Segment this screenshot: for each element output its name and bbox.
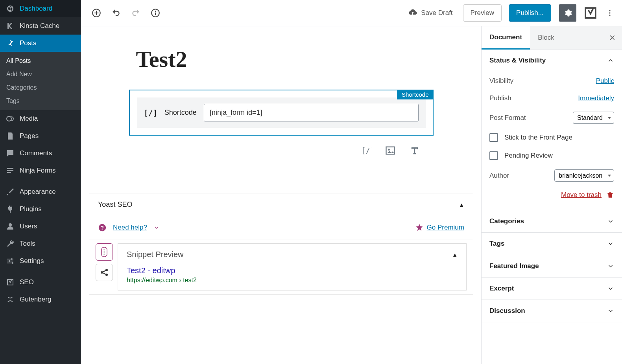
svg-point-14 <box>609 15 610 16</box>
svg-rect-2 <box>7 170 13 171</box>
section-featured-image[interactable]: Featured Image <box>482 255 622 277</box>
sidebar-item-label: SEO <box>20 278 34 286</box>
sidebar-item-label: Dashboard <box>20 5 52 13</box>
publish-label: Publish <box>489 94 511 102</box>
svg-point-5 <box>11 258 13 260</box>
insert-text-button[interactable] <box>408 144 421 157</box>
sidebar-sub-all-posts[interactable]: All Posts <box>0 54 81 68</box>
pages-icon <box>6 131 15 141</box>
save-draft-button[interactable]: Save Draft <box>408 8 452 18</box>
sidebar-item-label: Plugins <box>20 205 42 213</box>
undo-button[interactable] <box>108 5 124 21</box>
shortcode-icon: [/] <box>144 108 157 117</box>
collapse-icon[interactable]: ▲ <box>452 252 458 258</box>
social-tab[interactable] <box>96 264 113 281</box>
pending-checkbox[interactable] <box>489 151 498 160</box>
dashboard-icon <box>6 4 15 13</box>
section-excerpt[interactable]: Excerpt <box>482 278 622 300</box>
star-icon <box>415 223 424 232</box>
visibility-label: Visibility <box>489 77 513 85</box>
move-to-trash-link[interactable]: Move to trash <box>561 191 602 199</box>
chevron-down-icon <box>607 307 614 314</box>
shortcode-input[interactable] <box>204 104 419 121</box>
publish-value[interactable]: Immediately <box>578 94 614 102</box>
sidebar-item-seo[interactable]: SEO <box>0 274 81 291</box>
sidebar-item-label: Gutenberg <box>20 296 51 303</box>
sidebar-item-media[interactable]: Media <box>0 110 81 127</box>
collapse-icon[interactable]: ▲ <box>459 202 464 208</box>
kinsta-icon <box>6 21 15 31</box>
wrench-icon <box>6 239 15 248</box>
help-icon: ? <box>98 223 107 232</box>
sidebar-item-label: Pages <box>20 132 39 140</box>
author-select[interactable]: brianleejackson <box>554 169 614 182</box>
svg-point-0 <box>7 116 11 121</box>
section-categories[interactable]: Categories <box>482 210 622 232</box>
sidebar-sub-add-new[interactable]: Add New <box>0 68 81 81</box>
snippet-result-url: https://editwp.com › test2 <box>127 277 458 284</box>
editor-column: Test2 Shortcode [/] Shortcode [/] <box>81 26 481 364</box>
add-block-button[interactable] <box>88 5 105 21</box>
svg-point-7 <box>12 262 13 264</box>
post-title[interactable]: Test2 <box>129 46 434 72</box>
more-options-button[interactable] <box>605 4 615 22</box>
chevron-down-icon <box>607 285 614 292</box>
form-icon <box>6 166 15 175</box>
visibility-value[interactable]: Public <box>596 77 614 85</box>
sidebar-item-label: Appearance <box>20 188 56 196</box>
sidebar-item-comments[interactable]: Comments <box>0 145 81 162</box>
sidebar-item-posts[interactable]: Posts <box>0 35 81 52</box>
pending-label: Pending Review <box>504 152 553 160</box>
settings-toggle-button[interactable] <box>559 4 576 22</box>
publish-button[interactable]: Publish... <box>509 4 551 22</box>
snippet-preview-title: Snippet Preview <box>127 250 184 259</box>
gutenberg-icon <box>6 295 15 304</box>
svg-point-22 <box>103 251 105 253</box>
section-tags[interactable]: Tags <box>482 233 622 255</box>
shortcode-block[interactable]: Shortcode [/] Shortcode <box>129 90 434 136</box>
svg-rect-1 <box>7 168 13 169</box>
sidebar-item-plugins[interactable]: Plugins <box>0 200 81 218</box>
sidebar-sub-categories[interactable]: Categories <box>0 81 81 94</box>
stick-checkbox[interactable] <box>489 133 498 142</box>
insert-image-button[interactable] <box>384 144 397 157</box>
yoast-panel-title: Yoast SEO <box>98 200 132 209</box>
yoast-toggle-button[interactable] <box>582 4 599 22</box>
sidebar-item-tools[interactable]: Tools <box>0 235 81 252</box>
sidebar-item-pages[interactable]: Pages <box>0 127 81 145</box>
go-premium-link[interactable]: Go Premium <box>427 224 464 232</box>
svg-rect-3 <box>7 172 11 173</box>
sidebar-item-kinsta[interactable]: Kinsta Cache <box>0 17 81 35</box>
close-settings-button[interactable]: ✕ <box>603 33 622 42</box>
yoast-panel: Yoast SEO ▲ ? Need help? Go Premium <box>89 193 473 295</box>
sidebar-sub-tags[interactable]: Tags <box>0 94 81 108</box>
info-button[interactable] <box>147 5 164 21</box>
sidebar-item-appearance[interactable]: Appearance <box>0 183 81 200</box>
preview-button[interactable]: Preview <box>463 4 502 22</box>
tab-block[interactable]: Block <box>530 27 562 49</box>
comments-icon <box>6 149 15 158</box>
inserter-row: [/] <box>129 136 434 165</box>
settings-panel: Document Block ✕ Status & Visibility Vis… <box>481 26 622 364</box>
sidebar-item-users[interactable]: Users <box>0 218 81 235</box>
sidebar-item-label: Settings <box>20 257 44 265</box>
svg-point-4 <box>9 223 12 226</box>
post-format-label: Post Format <box>489 114 526 122</box>
sidebar-item-label: Tools <box>20 240 35 248</box>
readability-tab[interactable] <box>96 243 113 261</box>
section-discussion[interactable]: Discussion <box>482 300 622 322</box>
redo-button[interactable] <box>127 5 144 21</box>
insert-shortcode-button[interactable]: [/] <box>360 144 372 157</box>
sidebar-item-dashboard[interactable]: Dashboard <box>0 0 81 17</box>
sidebar-item-gutenberg[interactable]: Gutenberg <box>0 291 81 308</box>
post-format-select[interactable]: Standard <box>573 112 614 124</box>
sidebar-item-ninja-forms[interactable]: Ninja Forms <box>0 162 81 179</box>
tab-document[interactable]: Document <box>482 26 530 50</box>
sidebar-item-settings[interactable]: Settings <box>0 252 81 270</box>
main-area: Save Draft Preview Publish... Test2 Shor… <box>81 0 622 364</box>
chevron-down-icon[interactable] <box>153 224 160 231</box>
section-status-visibility[interactable]: Status & Visibility <box>482 50 622 72</box>
svg-text:[/]: [/] <box>361 147 371 155</box>
chevron-down-icon <box>607 218 614 225</box>
need-help-link[interactable]: Need help? <box>113 224 147 232</box>
